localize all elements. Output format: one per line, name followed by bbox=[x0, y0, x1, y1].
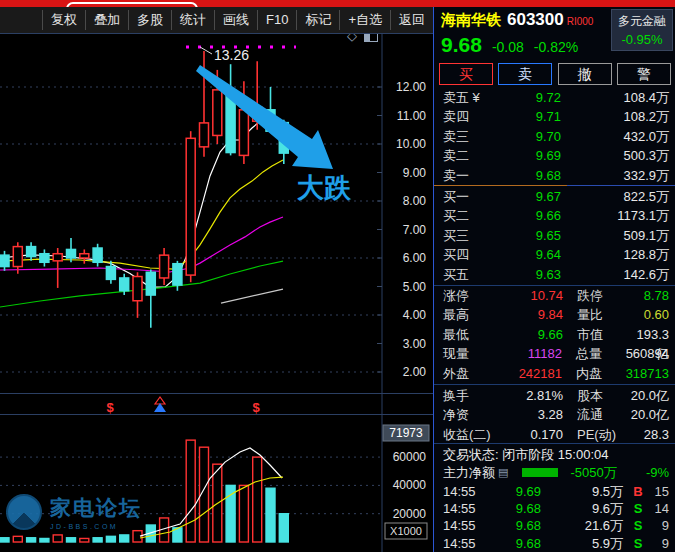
bid-amount: 509.1万 bbox=[561, 226, 675, 245]
window-tab-outline bbox=[66, 2, 198, 7]
bid-row[interactable]: 买五9.63142.6万 bbox=[434, 265, 675, 284]
tick-direction: S bbox=[631, 500, 645, 517]
bid-amount: 1173.1万 bbox=[561, 206, 675, 225]
arrow-annotation-text: 大跌 bbox=[297, 173, 352, 203]
candlestick-chart-canvas[interactable]: 12.0011.0010.009.008.007.006.005.004.003… bbox=[0, 0, 433, 552]
tick-time: 14:55 bbox=[434, 517, 489, 534]
bid-row[interactable]: 买二9.661173.1万 bbox=[434, 206, 675, 225]
volume-bar bbox=[40, 538, 49, 542]
bid-price: 9.66 bbox=[505, 206, 561, 225]
list-icon[interactable]: ▤ bbox=[498, 466, 508, 479]
stat-value: 20.0亿 bbox=[627, 386, 675, 405]
stat-value: 10.74 bbox=[501, 286, 563, 305]
tick-direction: B bbox=[631, 483, 645, 500]
candle-body bbox=[133, 277, 142, 301]
volume-bar bbox=[53, 535, 62, 542]
tick-count: 9 bbox=[645, 517, 675, 534]
trade-button-撤[interactable]: 撤 bbox=[558, 63, 612, 85]
volume-bar bbox=[226, 485, 235, 542]
price-axis-label: 2.00 bbox=[403, 365, 427, 379]
stat-value: 193.3亿 bbox=[627, 325, 675, 344]
volume-bar bbox=[239, 485, 248, 542]
stock-title-row: 海南华铁 603300 RI000 bbox=[441, 10, 593, 30]
bid-row[interactable]: 买三9.65509.1万 bbox=[434, 226, 675, 245]
toolbar-item-+自选[interactable]: +自选 bbox=[339, 10, 390, 30]
trading-status-label: 交易状态: bbox=[443, 447, 499, 462]
toolbar-item-画线[interactable]: 画线 bbox=[214, 10, 257, 30]
stats-block-2: 换手2.81%股本20.0亿净资3.28流通20.0亿收益(二)0.170PE(… bbox=[434, 386, 675, 444]
ask-row[interactable]: 卖三9.70432.0万 bbox=[434, 127, 675, 146]
bid-amount: 142.6万 bbox=[561, 265, 675, 284]
toolbar-item-F10[interactable]: F10 bbox=[257, 10, 296, 30]
tick-list: 14:559.699.5万B1514:559.689.6万S1414:559.6… bbox=[434, 483, 675, 552]
tick-volume: 5.9万 bbox=[541, 535, 623, 552]
price-axis-label: 12.00 bbox=[396, 80, 426, 94]
ask-label: 卖二 bbox=[434, 146, 505, 165]
trade-button-警[interactable]: 警 bbox=[617, 63, 671, 85]
tick-row: 14:559.689.6万S14 bbox=[434, 500, 675, 517]
ask-row[interactable]: 卖四9.71108.2万 bbox=[434, 107, 675, 126]
tick-volume: 9.6万 bbox=[541, 500, 623, 517]
trade-button-买[interactable]: 买 bbox=[439, 63, 493, 85]
stat-label: 净资 bbox=[434, 405, 501, 424]
bid-amount: 822.5万 bbox=[561, 187, 675, 206]
candle-body bbox=[67, 249, 76, 258]
price-axis-label: 6.00 bbox=[403, 251, 427, 265]
high-price-label: 13.26 bbox=[214, 47, 249, 63]
toolbar-item-复权[interactable]: 复权 bbox=[42, 10, 85, 30]
main-net-flow-label: 主力净额 bbox=[443, 464, 495, 482]
ask-row[interactable]: 卖二9.69500.3万 bbox=[434, 146, 675, 165]
toolbar-item-返回[interactable]: 返回 bbox=[390, 10, 433, 30]
toolbar-item-多股[interactable]: 多股 bbox=[128, 10, 171, 30]
volume-bar bbox=[27, 538, 36, 542]
bid-book: 买一9.67822.5万买二9.661173.1万买三9.65509.1万买四9… bbox=[434, 187, 675, 284]
stat-value: 2.81% bbox=[501, 386, 563, 405]
price-axis-label: 11.00 bbox=[397, 109, 426, 123]
trading-status-value: 闭市阶段 15:00:04 bbox=[502, 447, 608, 462]
flow-gauge-bar bbox=[522, 468, 558, 477]
volume-axis-label: 20000 bbox=[393, 507, 427, 521]
stat-label: PE(动) bbox=[577, 425, 627, 444]
ask-row[interactable]: 卖一9.68332.9万 bbox=[434, 166, 675, 185]
tick-volume: 9.5万 bbox=[541, 483, 623, 500]
volume-bar bbox=[67, 538, 76, 542]
tick-volume: 21.6万 bbox=[541, 517, 623, 534]
bid-price: 9.67 bbox=[505, 187, 561, 206]
tick-price: 9.68 bbox=[489, 500, 541, 517]
candle-body bbox=[146, 272, 155, 295]
sector-change: -0.95% bbox=[621, 32, 662, 47]
stock-name: 海南华铁 bbox=[441, 11, 501, 30]
bid-row[interactable]: 买一9.67822.5万 bbox=[434, 187, 675, 206]
candle-body bbox=[106, 267, 115, 280]
buy-signal-marker bbox=[155, 397, 165, 404]
stat-value: 560894 bbox=[626, 344, 675, 363]
toolbar-item-统计[interactable]: 统计 bbox=[171, 10, 214, 30]
sector-quote-box[interactable]: 多元金融 -0.95% bbox=[611, 9, 673, 51]
ask-amount: 332.9万 bbox=[561, 166, 675, 185]
bid-label: 买二 bbox=[434, 206, 505, 225]
toolbar-item-标记[interactable]: 标记 bbox=[296, 10, 339, 30]
stat-value: 242181 bbox=[501, 364, 563, 383]
tick-time: 14:55 bbox=[434, 483, 489, 500]
stat-value: 0.170 bbox=[501, 425, 563, 444]
stats-block-1: 涨停10.74跌停8.78最高9.84量比0.60最低9.66市值193.3亿现… bbox=[434, 286, 675, 383]
tick-price: 9.69 bbox=[489, 483, 541, 500]
price-axis-label: 8.00 bbox=[403, 194, 427, 208]
stock-app-window: 复权叠加多股统计画线F10标记+自选返回 12.0011.0010.009.00… bbox=[0, 0, 675, 552]
ask-label: 卖五 ¥ bbox=[434, 88, 505, 107]
last-price: 9.68 bbox=[441, 33, 482, 57]
ask-amount: 108.2万 bbox=[561, 107, 675, 126]
bid-label: 买五 bbox=[434, 265, 505, 284]
ask-row[interactable]: 卖五 ¥9.72108.4万 bbox=[434, 88, 675, 107]
volume-bar bbox=[186, 440, 195, 542]
trade-button-卖[interactable]: 卖 bbox=[498, 63, 552, 85]
tick-direction: S bbox=[631, 517, 645, 534]
ask-label: 卖三 bbox=[434, 127, 505, 146]
price-axis-label: 3.00 bbox=[403, 337, 427, 351]
main-net-flow-value: -5050万 bbox=[570, 464, 616, 482]
bid-row[interactable]: 买四9.64128.8万 bbox=[434, 245, 675, 264]
current-volume-value: 71973 bbox=[389, 426, 423, 440]
toolbar-item-叠加[interactable]: 叠加 bbox=[85, 10, 128, 30]
tick-time: 14:55 bbox=[434, 535, 489, 552]
volume-bar bbox=[93, 538, 102, 542]
